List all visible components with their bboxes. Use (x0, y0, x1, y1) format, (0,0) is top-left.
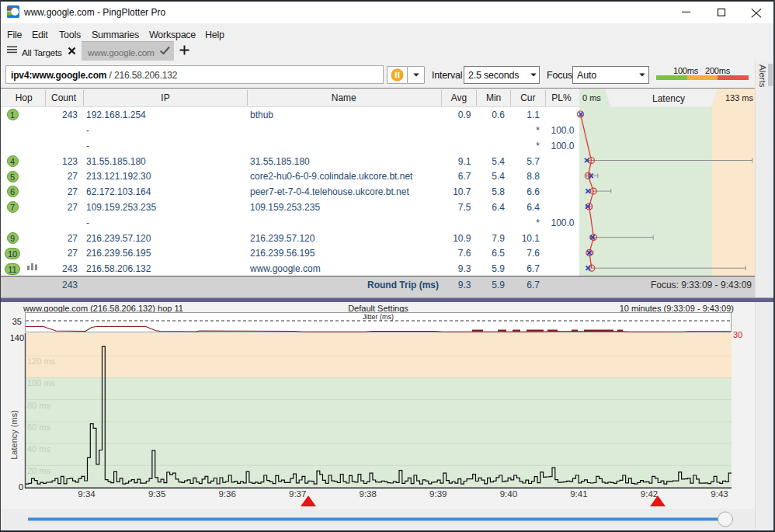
svg-text:Latency (ms): Latency (ms) (9, 410, 19, 460)
svg-text:Jitter (ms): Jitter (ms) (363, 313, 394, 321)
svg-text:120 ms: 120 ms (27, 356, 56, 366)
svg-text:100 ms: 100 ms (27, 378, 56, 388)
svg-text:40 ms: 40 ms (27, 444, 50, 454)
svg-text:9:39: 9:39 (429, 489, 447, 499)
svg-text:9:36: 9:36 (218, 489, 235, 499)
svg-text:9:41: 9:41 (570, 489, 587, 499)
svg-text:60 ms: 60 ms (27, 422, 50, 432)
svg-text:0: 0 (19, 482, 23, 492)
svg-text:30: 30 (733, 330, 742, 339)
svg-text:9:34: 9:34 (78, 489, 96, 499)
svg-text:80 ms: 80 ms (27, 401, 50, 410)
svg-text:9:43: 9:43 (711, 489, 728, 499)
svg-text:9:35: 9:35 (148, 489, 165, 499)
svg-text:9:42: 9:42 (641, 489, 658, 499)
svg-text:140: 140 (10, 333, 24, 342)
svg-text:9:40: 9:40 (500, 489, 517, 499)
svg-text:9:37: 9:37 (289, 489, 306, 499)
svg-text:20 ms: 20 ms (27, 466, 50, 475)
svg-text:9:38: 9:38 (360, 489, 377, 499)
svg-text:35: 35 (12, 317, 22, 326)
